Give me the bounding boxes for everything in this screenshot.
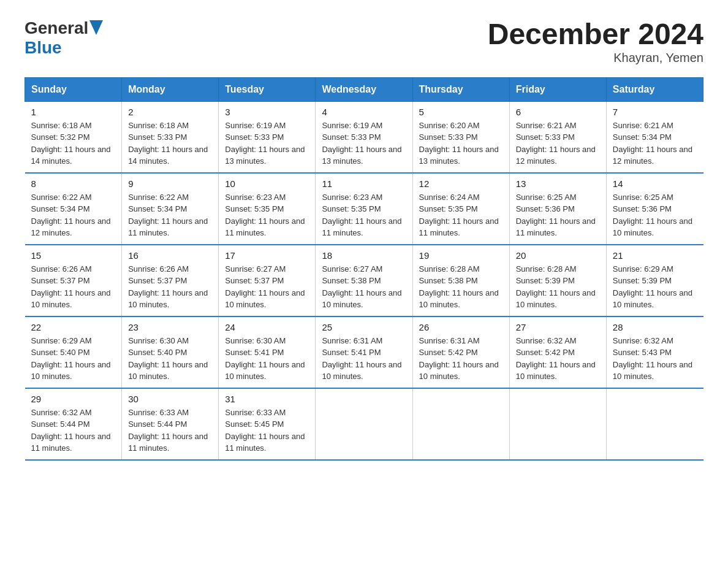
day-info: Sunrise: 6:22 AMSunset: 5:34 PMDaylight:… — [31, 191, 116, 239]
day-info: Sunrise: 6:33 AMSunset: 5:45 PMDaylight:… — [225, 407, 309, 454]
day-of-week-header: Wednesday — [316, 77, 412, 101]
day-of-week-header: Sunday — [25, 77, 122, 101]
calendar-day-cell: 16 Sunrise: 6:26 AMSunset: 5:37 PMDaylig… — [122, 245, 219, 316]
day-info: Sunrise: 6:26 AMSunset: 5:37 PMDaylight:… — [31, 263, 116, 311]
calendar-day-cell: 6 Sunrise: 6:21 AMSunset: 5:33 PMDayligh… — [509, 101, 606, 173]
day-number: 5 — [419, 107, 503, 117]
calendar-day-cell: 24 Sunrise: 6:30 AMSunset: 5:41 PMDaylig… — [219, 316, 316, 388]
calendar-day-cell: 28 Sunrise: 6:32 AMSunset: 5:43 PMDaylig… — [606, 316, 703, 388]
day-number: 26 — [419, 322, 503, 332]
day-info: Sunrise: 6:19 AMSunset: 5:33 PMDaylight:… — [322, 120, 406, 167]
day-info: Sunrise: 6:27 AMSunset: 5:38 PMDaylight:… — [322, 263, 406, 311]
day-number: 17 — [225, 250, 309, 261]
day-info: Sunrise: 6:22 AMSunset: 5:34 PMDaylight:… — [128, 191, 212, 239]
calendar-day-cell — [412, 388, 509, 460]
day-info: Sunrise: 6:32 AMSunset: 5:44 PMDaylight:… — [31, 407, 116, 454]
day-of-week-header: Saturday — [606, 77, 703, 101]
day-number: 8 — [31, 178, 116, 189]
calendar-week-row: 8 Sunrise: 6:22 AMSunset: 5:34 PMDayligh… — [25, 173, 703, 245]
day-number: 21 — [613, 250, 697, 261]
calendar-week-row: 22 Sunrise: 6:29 AMSunset: 5:40 PMDaylig… — [25, 316, 703, 388]
calendar-day-cell: 19 Sunrise: 6:28 AMSunset: 5:38 PMDaylig… — [412, 245, 509, 316]
calendar-day-cell: 29 Sunrise: 6:32 AMSunset: 5:44 PMDaylig… — [25, 388, 122, 460]
day-number: 3 — [225, 107, 309, 117]
day-number: 4 — [322, 107, 406, 117]
calendar-day-cell: 2 Sunrise: 6:18 AMSunset: 5:33 PMDayligh… — [122, 101, 219, 173]
calendar-day-cell: 18 Sunrise: 6:27 AMSunset: 5:38 PMDaylig… — [316, 245, 412, 316]
day-info: Sunrise: 6:33 AMSunset: 5:44 PMDaylight:… — [128, 407, 212, 454]
day-info: Sunrise: 6:18 AMSunset: 5:33 PMDaylight:… — [128, 120, 212, 167]
title-area: December 2024 Khayran, Yemen — [488, 18, 703, 65]
day-info: Sunrise: 6:28 AMSunset: 5:39 PMDaylight:… — [516, 263, 600, 311]
day-info: Sunrise: 6:31 AMSunset: 5:41 PMDaylight:… — [322, 335, 406, 383]
day-info: Sunrise: 6:23 AMSunset: 5:35 PMDaylight:… — [225, 191, 309, 239]
day-info: Sunrise: 6:25 AMSunset: 5:36 PMDaylight:… — [613, 191, 697, 239]
day-number: 19 — [419, 250, 503, 261]
day-number: 16 — [128, 250, 212, 261]
day-number: 24 — [225, 322, 309, 332]
calendar-day-cell: 11 Sunrise: 6:23 AMSunset: 5:35 PMDaylig… — [316, 173, 412, 245]
logo-blue-text: Blue — [25, 38, 62, 57]
calendar-day-cell: 22 Sunrise: 6:29 AMSunset: 5:40 PMDaylig… — [25, 316, 122, 388]
day-info: Sunrise: 6:31 AMSunset: 5:42 PMDaylight:… — [419, 335, 503, 383]
calendar-day-cell: 23 Sunrise: 6:30 AMSunset: 5:40 PMDaylig… — [122, 316, 219, 388]
calendar-day-cell: 7 Sunrise: 6:21 AMSunset: 5:34 PMDayligh… — [606, 101, 703, 173]
day-number: 31 — [225, 394, 309, 404]
calendar-week-row: 1 Sunrise: 6:18 AMSunset: 5:32 PMDayligh… — [25, 101, 703, 173]
logo-general-text: General — [25, 18, 88, 38]
logo: General Blue — [25, 18, 103, 58]
calendar-week-row: 29 Sunrise: 6:32 AMSunset: 5:44 PMDaylig… — [25, 388, 703, 460]
day-of-week-header: Monday — [122, 77, 219, 101]
page-header: General Blue December 2024 Khayran, Yeme… — [25, 18, 703, 65]
day-number: 23 — [128, 322, 212, 332]
day-info: Sunrise: 6:21 AMSunset: 5:33 PMDaylight:… — [516, 120, 600, 167]
day-number: 22 — [31, 322, 116, 332]
day-of-week-header: Friday — [509, 77, 606, 101]
calendar-day-cell: 4 Sunrise: 6:19 AMSunset: 5:33 PMDayligh… — [316, 101, 412, 173]
calendar-day-cell: 14 Sunrise: 6:25 AMSunset: 5:36 PMDaylig… — [606, 173, 703, 245]
day-info: Sunrise: 6:30 AMSunset: 5:41 PMDaylight:… — [225, 335, 309, 383]
day-number: 12 — [419, 178, 503, 189]
day-info: Sunrise: 6:19 AMSunset: 5:33 PMDaylight:… — [225, 120, 309, 167]
day-number: 13 — [516, 178, 600, 189]
calendar-day-cell: 25 Sunrise: 6:31 AMSunset: 5:41 PMDaylig… — [316, 316, 412, 388]
day-number: 6 — [516, 107, 600, 117]
calendar-day-cell: 9 Sunrise: 6:22 AMSunset: 5:34 PMDayligh… — [122, 173, 219, 245]
calendar-day-cell: 10 Sunrise: 6:23 AMSunset: 5:35 PMDaylig… — [219, 173, 316, 245]
day-number: 1 — [31, 107, 116, 117]
day-number: 10 — [225, 178, 309, 189]
day-number: 25 — [322, 322, 406, 332]
day-info: Sunrise: 6:32 AMSunset: 5:43 PMDaylight:… — [613, 335, 697, 383]
calendar-day-cell: 13 Sunrise: 6:25 AMSunset: 5:36 PMDaylig… — [509, 173, 606, 245]
day-info: Sunrise: 6:27 AMSunset: 5:37 PMDaylight:… — [225, 263, 309, 311]
day-number: 14 — [613, 178, 697, 189]
calendar-day-cell: 5 Sunrise: 6:20 AMSunset: 5:33 PMDayligh… — [412, 101, 509, 173]
day-info: Sunrise: 6:30 AMSunset: 5:40 PMDaylight:… — [128, 335, 212, 383]
svg-marker-0 — [89, 20, 103, 35]
day-info: Sunrise: 6:29 AMSunset: 5:40 PMDaylight:… — [31, 335, 116, 383]
calendar-day-cell: 1 Sunrise: 6:18 AMSunset: 5:32 PMDayligh… — [25, 101, 122, 173]
calendar-table: SundayMondayTuesdayWednesdayThursdayFrid… — [25, 77, 703, 461]
day-of-week-header: Thursday — [412, 77, 509, 101]
calendar-week-row: 15 Sunrise: 6:26 AMSunset: 5:37 PMDaylig… — [25, 245, 703, 316]
day-number: 2 — [128, 107, 212, 117]
day-number: 18 — [322, 250, 406, 261]
day-number: 9 — [128, 178, 212, 189]
calendar-day-cell — [606, 388, 703, 460]
day-of-week-header: Tuesday — [219, 77, 316, 101]
day-number: 20 — [516, 250, 600, 261]
calendar-day-cell — [509, 388, 606, 460]
day-number: 7 — [613, 107, 697, 117]
day-info: Sunrise: 6:23 AMSunset: 5:35 PMDaylight:… — [322, 191, 406, 239]
calendar-day-cell: 21 Sunrise: 6:29 AMSunset: 5:39 PMDaylig… — [606, 245, 703, 316]
day-info: Sunrise: 6:18 AMSunset: 5:32 PMDaylight:… — [31, 120, 116, 167]
day-number: 29 — [31, 394, 116, 404]
calendar-day-cell: 3 Sunrise: 6:19 AMSunset: 5:33 PMDayligh… — [219, 101, 316, 173]
calendar-day-cell: 20 Sunrise: 6:28 AMSunset: 5:39 PMDaylig… — [509, 245, 606, 316]
day-info: Sunrise: 6:20 AMSunset: 5:33 PMDaylight:… — [419, 120, 503, 167]
calendar-day-cell: 26 Sunrise: 6:31 AMSunset: 5:42 PMDaylig… — [412, 316, 509, 388]
day-info: Sunrise: 6:25 AMSunset: 5:36 PMDaylight:… — [516, 191, 600, 239]
day-info: Sunrise: 6:28 AMSunset: 5:38 PMDaylight:… — [419, 263, 503, 311]
logo-arrow-icon — [89, 20, 103, 35]
calendar-day-cell: 17 Sunrise: 6:27 AMSunset: 5:37 PMDaylig… — [219, 245, 316, 316]
